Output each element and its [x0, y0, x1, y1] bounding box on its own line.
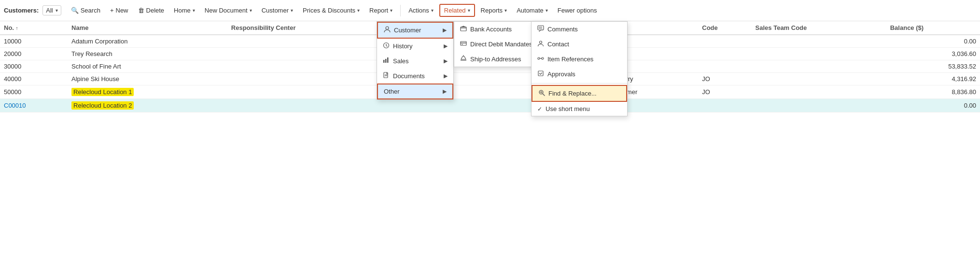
dropdown-other-label: Other	[384, 88, 400, 95]
related-chevron-icon: ▾	[468, 8, 470, 13]
comments-icon	[537, 25, 544, 33]
dropdown-item-documents[interactable]: Documents ▶	[377, 69, 453, 84]
cell-code	[698, 99, 751, 112]
new-document-chevron-icon: ▾	[250, 8, 252, 13]
find-replace-label: Find & Replace...	[548, 90, 597, 97]
documents-icon	[383, 72, 390, 80]
highlight-name: Relecloud Location 2	[71, 101, 134, 110]
cell-no: 50000	[0, 85, 68, 99]
col-name: Name	[68, 21, 227, 35]
prices-discounts-chevron-icon: ▾	[357, 8, 360, 13]
cell-no: 20000	[0, 48, 68, 60]
separator	[400, 5, 401, 16]
new-document-button[interactable]: New Document ▾	[201, 5, 256, 16]
related-label: Related	[444, 7, 466, 14]
automate-button[interactable]: Automate ▾	[513, 5, 552, 16]
actions-label: Actions	[408, 7, 429, 14]
ship-to-icon	[460, 55, 467, 63]
cell-resp-center	[227, 73, 392, 85]
dropdown-item-other[interactable]: Other ▶	[377, 84, 453, 99]
cell-resp-center	[227, 85, 392, 99]
cell-code	[698, 48, 751, 60]
customer-menu-button[interactable]: Customer ▾	[258, 5, 297, 16]
dropdown-item-customer[interactable]: Customer ▶	[377, 22, 453, 39]
cell-resp-center	[227, 99, 392, 112]
dropdown-sales-label: Sales	[393, 57, 409, 65]
prices-discounts-button[interactable]: Prices & Discounts ▾	[299, 5, 364, 16]
related-dropdown: Customer ▶ History ▶	[377, 21, 454, 100]
automate-label: Automate	[517, 7, 544, 14]
cell-resp-center	[227, 48, 392, 60]
other-submenu-arrow-icon: ▶	[443, 88, 447, 95]
cell-location-code	[392, 99, 508, 112]
cell-balance: 0.00	[886, 99, 980, 112]
delete-button[interactable]: 🗑 Delete	[134, 5, 168, 16]
col-resp-center: Responsibility Center	[227, 21, 392, 35]
related-button[interactable]: Related ▾	[439, 4, 475, 17]
actions-button[interactable]: Actions ▾	[405, 5, 437, 16]
filter-value: All	[46, 7, 53, 14]
history-icon	[383, 42, 390, 50]
cell-name: School of Fine Art	[68, 60, 227, 73]
fewer-options-label: Fewer options	[558, 7, 597, 14]
cell-code: JO	[698, 85, 751, 99]
cell-sales-team-code	[752, 35, 886, 48]
customer-menu-label: Customer	[262, 7, 289, 14]
cell-code	[698, 35, 751, 48]
svg-rect-8	[461, 27, 466, 31]
svg-rect-9	[461, 42, 466, 45]
sales-submenu-arrow-icon: ▶	[444, 58, 448, 64]
dropdown-customer-label: Customer	[394, 27, 421, 34]
table-row[interactable]: C00010Relecloud Location 20.00	[0, 99, 980, 112]
submenu-item-approvals[interactable]: Approvals	[532, 67, 627, 82]
dropdown-item-history[interactable]: History ▶	[377, 39, 453, 54]
direct-debit-label: Direct Debit Mandates	[470, 41, 532, 48]
ship-to-label: Ship-to Addresses	[470, 56, 521, 63]
table-row[interactable]: 40000Alpine Ski HouseIan DeberryJO4,316.…	[0, 73, 980, 85]
cell-no: 40000	[0, 73, 68, 85]
fewer-options-button[interactable]: Fewer options	[554, 5, 601, 16]
menu-divider	[532, 83, 627, 84]
report-button[interactable]: Report ▾	[365, 5, 396, 16]
submenu-item-use-short-menu[interactable]: ✓ Use short menu	[532, 102, 627, 112]
delete-icon: 🗑	[138, 7, 144, 14]
dropdown-documents-label: Documents	[393, 72, 425, 80]
home-button[interactable]: Home ▾	[170, 5, 199, 16]
svg-point-16	[540, 41, 542, 43]
submenu-item-comments[interactable]: Comments	[532, 22, 627, 37]
search-button[interactable]: 🔍 Search	[67, 5, 104, 16]
cell-sales-team-code	[752, 99, 886, 112]
find-replace-icon	[538, 89, 545, 98]
col-balance: Balance ($)	[886, 21, 980, 35]
direct-debit-icon	[460, 40, 467, 48]
svg-rect-13	[538, 26, 544, 30]
customer-menu-icon	[384, 26, 391, 34]
automate-chevron-icon: ▾	[546, 8, 548, 13]
table-row[interactable]: 50000Relecloud Location 1Jesse HomerJO8,…	[0, 85, 980, 99]
submenu-item-item-references[interactable]: Item References	[532, 52, 627, 67]
reports-button[interactable]: Reports ▾	[477, 5, 511, 16]
cell-resp-center	[227, 35, 392, 48]
navbar: Customers: All ▾ 🔍 Search + New 🗑 Delete…	[0, 0, 980, 21]
home-label: Home	[174, 7, 191, 14]
cell-name: Alpine Ski House	[68, 73, 227, 85]
new-button[interactable]: + New	[106, 5, 132, 16]
other-submenu: Comments Contact Item Referen	[531, 21, 628, 112]
filter-chevron-icon: ▾	[56, 8, 58, 13]
contact-icon	[537, 40, 544, 48]
filter-dropdown[interactable]: All ▾	[42, 5, 61, 15]
bank-accounts-icon	[460, 25, 467, 33]
item-references-label: Item References	[547, 56, 593, 63]
submenu-item-contact[interactable]: Contact	[532, 37, 627, 52]
documents-submenu-arrow-icon: ▶	[444, 73, 448, 79]
cell-sales-team-code	[752, 73, 886, 85]
use-short-menu-label: Use short menu	[546, 105, 590, 112]
cell-sales-team-code	[752, 48, 886, 60]
report-chevron-icon: ▾	[390, 8, 392, 13]
cell-no[interactable]: C00010	[0, 99, 68, 112]
cell-code	[698, 60, 751, 73]
submenu-item-find-replace[interactable]: Find & Replace...	[532, 85, 627, 102]
svg-rect-20	[538, 71, 543, 76]
cell-balance: 3,036.60	[886, 48, 980, 60]
dropdown-item-sales[interactable]: Sales ▶	[377, 54, 453, 69]
